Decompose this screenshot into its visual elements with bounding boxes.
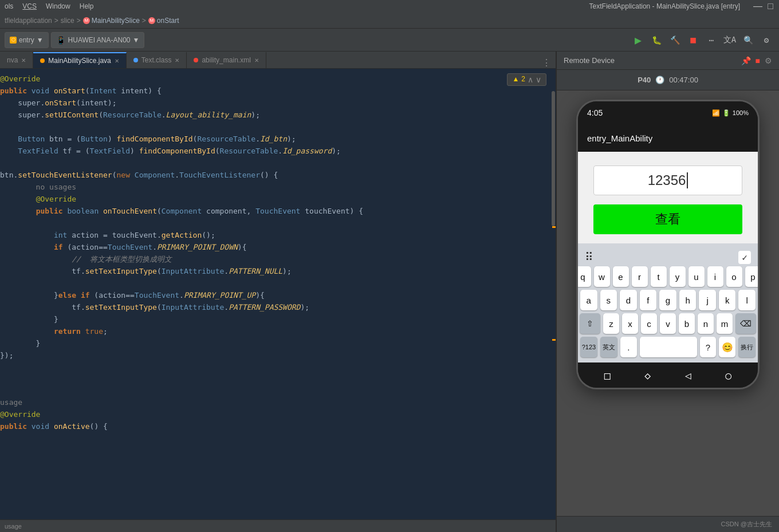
- tab-ability-close[interactable]: ✕: [254, 57, 259, 64]
- search-button[interactable]: 🔍: [740, 32, 756, 48]
- stop-button[interactable]: ■: [685, 32, 701, 48]
- pin-icon[interactable]: 📌: [741, 56, 751, 65]
- key-n[interactable]: n: [698, 313, 714, 334]
- warning-nav-down[interactable]: ∨: [536, 73, 541, 86]
- tab-ability-main[interactable]: ability_main.xml ✕: [187, 52, 266, 68]
- breadcrumb-part3[interactable]: M MainAbilitySlice: [83, 17, 140, 25]
- key-backspace[interactable]: ⌫: [735, 313, 756, 334]
- debug-button[interactable]: 🐛: [648, 32, 664, 48]
- keyboard-grid-icon[interactable]: ⠿: [585, 250, 593, 264]
- key-a[interactable]: a: [580, 290, 597, 310]
- code-line: [0, 218, 551, 230]
- device-status-bar: P40 🕐 00:47:00: [557, 70, 779, 90]
- code-line: @Override: [0, 73, 551, 85]
- key-x[interactable]: x: [622, 313, 638, 334]
- build-button[interactable]: 🔨: [667, 32, 683, 48]
- key-i[interactable]: i: [707, 266, 723, 287]
- key-k[interactable]: k: [719, 290, 736, 310]
- maximize-btn[interactable]: □: [766, 2, 774, 10]
- keyboard-done-icon[interactable]: ✓: [738, 251, 751, 264]
- key-s[interactable]: s: [600, 290, 617, 310]
- wifi-icon: 📶: [712, 109, 720, 117]
- key-e[interactable]: e: [613, 266, 629, 287]
- key-emoji[interactable]: 😊: [719, 337, 735, 357]
- key-z[interactable]: z: [603, 313, 619, 334]
- key-r[interactable]: r: [632, 266, 648, 287]
- keyboard[interactable]: ⠿ ✓ q w e r t y u: [578, 243, 758, 362]
- entry-selector[interactable]: ⬡ entry ▼: [5, 32, 49, 48]
- key-o[interactable]: o: [726, 266, 742, 287]
- tab-nva-label: nva: [7, 56, 18, 64]
- key-period[interactable]: .: [620, 337, 637, 357]
- more-button[interactable]: ⋯: [703, 32, 719, 48]
- main-content: nva ✕ MainAbilitySlice.java ✕ Text.class…: [0, 52, 779, 532]
- key-l[interactable]: l: [738, 290, 756, 310]
- text-field[interactable]: 12356: [593, 165, 742, 195]
- breadcrumb-part4[interactable]: M onStart: [148, 17, 179, 25]
- nav-home-icon[interactable]: ○: [725, 369, 731, 381]
- warning-count: 2: [521, 74, 525, 85]
- device-selector[interactable]: 📱 HUAWEI ANA-AN00 ▼: [51, 32, 145, 48]
- key-q[interactable]: q: [576, 266, 591, 287]
- settings-button[interactable]: ⚙: [758, 32, 774, 48]
- key-shift[interactable]: ⇧: [580, 313, 600, 334]
- key-g[interactable]: g: [659, 290, 676, 310]
- key-lang[interactable]: 英文: [600, 337, 617, 357]
- code-line: [0, 121, 551, 133]
- key-v[interactable]: v: [660, 313, 676, 334]
- scroll-thumb[interactable]: [552, 91, 555, 226]
- key-m[interactable]: m: [717, 313, 733, 334]
- run-button[interactable]: ▶: [630, 32, 646, 48]
- key-y[interactable]: y: [670, 266, 686, 287]
- key-question[interactable]: ?: [700, 337, 717, 357]
- key-b[interactable]: b: [679, 313, 695, 334]
- tab-main-ability-slice[interactable]: MainAbilitySlice.java ✕: [33, 52, 126, 68]
- translate-icon[interactable]: 文A: [722, 32, 738, 48]
- key-u[interactable]: u: [688, 266, 705, 287]
- breadcrumb-part2[interactable]: slice: [61, 17, 74, 25]
- key-space[interactable]: [640, 337, 697, 357]
- key-c[interactable]: c: [641, 313, 657, 334]
- menu-window[interactable]: Window: [46, 2, 70, 10]
- tab-main-close[interactable]: ✕: [115, 58, 119, 64]
- breadcrumb-part1[interactable]: tfieldapplication: [5, 17, 52, 25]
- scroll-indicator-1: [552, 226, 556, 228]
- code-line: }: [0, 338, 551, 350]
- key-h[interactable]: h: [679, 290, 697, 310]
- key-w[interactable]: w: [594, 266, 610, 287]
- nav-diamond-icon[interactable]: ◇: [644, 369, 651, 381]
- code-line: super.setUIContent(ResourceTable.Layout_…: [0, 109, 551, 121]
- bottom-status-bar: usage: [0, 519, 556, 532]
- key-d[interactable]: d: [620, 290, 637, 310]
- editor-scrollbar[interactable]: [551, 69, 556, 519]
- nav-square-icon[interactable]: □: [604, 369, 611, 381]
- code-content[interactable]: ▲ 2 ∧ ∨ @Override public void onStart(In…: [0, 69, 551, 519]
- key-f[interactable]: f: [640, 290, 657, 310]
- menu-help[interactable]: Help: [80, 2, 94, 10]
- code-line: usage: [0, 397, 551, 409]
- tab-ability-dot: [194, 58, 198, 62]
- key-enter[interactable]: 换行: [738, 337, 756, 357]
- tab-nva-close[interactable]: ✕: [21, 57, 26, 64]
- menu-vcs[interactable]: VCS: [22, 2, 37, 10]
- keyboard-row-2: a s d f g h j k l: [580, 290, 756, 310]
- key-t[interactable]: t: [651, 266, 667, 287]
- tab-text-class[interactable]: Text.class ✕: [127, 52, 187, 68]
- tab-overflow-menu[interactable]: ⋮: [537, 57, 556, 68]
- breadcrumb: tfieldapplication > slice > M MainAbilit…: [0, 13, 779, 29]
- menu-ols[interactable]: ols: [5, 2, 13, 10]
- tab-nva[interactable]: nva ✕: [0, 52, 33, 68]
- code-line: [0, 278, 551, 290]
- warning-nav-up[interactable]: ∧: [528, 73, 533, 86]
- device-name: P40: [638, 76, 651, 84]
- view-button[interactable]: 查看: [593, 204, 742, 234]
- remote-settings-icon[interactable]: ⚙: [765, 56, 772, 65]
- key-p[interactable]: p: [745, 266, 760, 287]
- key-j[interactable]: j: [699, 290, 716, 310]
- tab-text-close[interactable]: ✕: [175, 57, 179, 64]
- phone-time: 4:05: [587, 108, 603, 117]
- remote-close-btn[interactable]: ■: [756, 56, 760, 65]
- minimize-btn[interactable]: —: [754, 2, 762, 10]
- key-num[interactable]: ?123: [580, 337, 597, 357]
- nav-back-icon[interactable]: ◁: [685, 369, 691, 381]
